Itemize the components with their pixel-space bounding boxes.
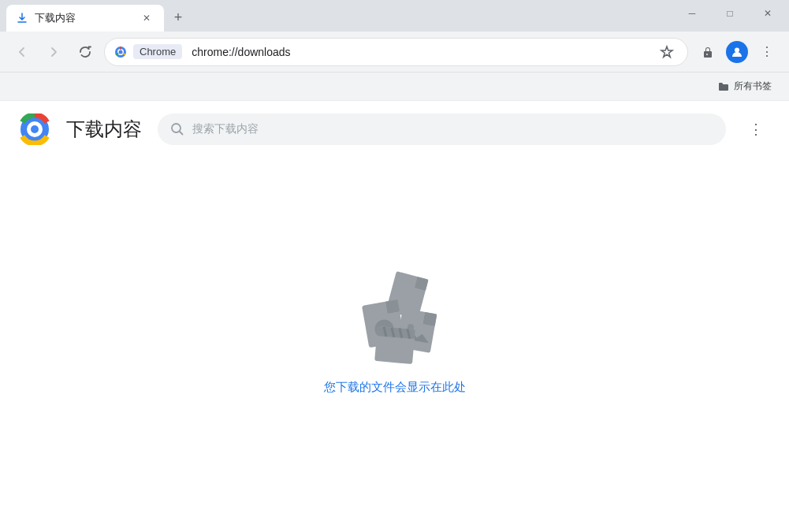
forward-button[interactable] <box>41 39 66 65</box>
empty-state-text: 您下载的文件会显示在此处 <box>324 380 466 395</box>
active-tab[interactable]: 下载内容 ✕ <box>6 5 164 32</box>
downloads-illustration <box>340 257 450 367</box>
window-controls: ─ □ ✕ <box>671 0 789 32</box>
new-tab-button[interactable]: + <box>167 6 189 28</box>
extensions-button[interactable] <box>694 39 720 65</box>
tab-strip: 下载内容 ✕ + <box>0 0 671 32</box>
navbar: Chrome chrome://downloads ⋮ <box>0 32 789 73</box>
maximize-button[interactable]: □ <box>712 1 748 26</box>
address-text: chrome://downloads <box>192 46 649 58</box>
svg-point-8 <box>31 125 39 133</box>
svg-point-2 <box>119 50 123 54</box>
bookmark-star-button[interactable] <box>656 41 678 63</box>
main-content: 下载内容 搜索下载内容 ⋮ <box>0 101 789 532</box>
svg-point-9 <box>172 124 181 132</box>
search-placeholder: 搜索下载内容 <box>192 122 259 136</box>
chrome-menu-button[interactable]: ⋮ <box>754 39 780 65</box>
back-button[interactable] <box>9 39 35 65</box>
more-actions-button[interactable]: ⋮ <box>742 115 770 143</box>
site-icon <box>114 46 127 58</box>
address-label: Chrome <box>133 44 182 59</box>
bookmarks-label: 所有书签 <box>734 80 772 93</box>
tab-title: 下载内容 <box>35 11 132 25</box>
tab-close-button[interactable]: ✕ <box>139 10 154 26</box>
svg-rect-16 <box>385 299 399 313</box>
bookmarks-folder-item[interactable]: 所有书签 <box>710 76 780 96</box>
search-bar[interactable]: 搜索下载内容 <box>158 113 726 145</box>
minimize-button[interactable]: ─ <box>674 1 710 26</box>
downloads-header: 下载内容 搜索下载内容 ⋮ <box>0 101 789 151</box>
bookmarks-bar: 所有书签 <box>0 73 789 101</box>
svg-point-3 <box>735 47 739 52</box>
close-button[interactable]: ✕ <box>750 1 786 26</box>
tab-favicon <box>16 12 28 24</box>
refresh-button[interactable] <box>73 39 98 65</box>
profile-button[interactable] <box>726 41 748 63</box>
search-icon <box>170 122 184 136</box>
folder-icon <box>718 81 729 92</box>
chrome-logo <box>19 113 50 145</box>
svg-rect-13 <box>422 312 436 326</box>
address-bar[interactable]: Chrome chrome://downloads <box>104 38 688 66</box>
page-title: 下载内容 <box>66 118 142 141</box>
empty-state: 您下载的文件会显示在此处 <box>0 151 789 532</box>
titlebar: 下载内容 ✕ + ─ □ ✕ <box>0 0 789 32</box>
